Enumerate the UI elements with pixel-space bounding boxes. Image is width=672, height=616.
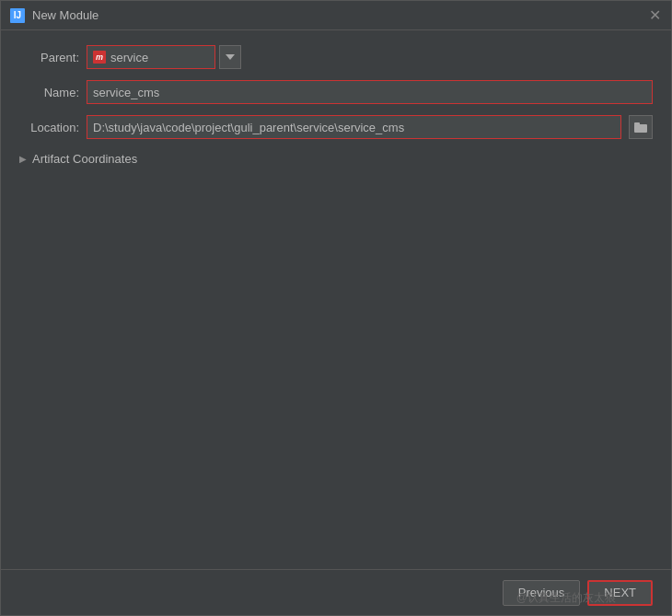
- name-label: Name:: [19, 86, 79, 99]
- maven-icon: m: [93, 51, 106, 64]
- dialog-title: New Module: [32, 8, 98, 22]
- close-button[interactable]: ✕: [647, 8, 662, 23]
- browse-folder-button[interactable]: [629, 115, 653, 139]
- svg-rect-1: [634, 122, 640, 125]
- artifact-label: Artifact Coordinates: [32, 152, 137, 166]
- parent-row: Parent: m service: [19, 45, 653, 69]
- location-label: Location:: [19, 121, 79, 134]
- parent-label: Parent:: [19, 51, 79, 64]
- new-module-dialog: IJ New Module ✕ Parent: m service: [0, 0, 672, 616]
- parent-dropdown-button[interactable]: [219, 45, 241, 69]
- parent-value: service: [110, 51, 148, 64]
- artifact-section[interactable]: ▶ Artifact Coordinates: [19, 150, 653, 168]
- location-input[interactable]: [87, 115, 621, 139]
- name-row: Name:: [19, 80, 653, 104]
- name-input[interactable]: [87, 80, 653, 104]
- svg-rect-0: [634, 124, 647, 133]
- app-icon: IJ: [10, 8, 25, 23]
- parent-container: m service: [87, 45, 241, 69]
- watermark: @认真生活的灰太狼: [516, 590, 616, 606]
- location-row: Location:: [19, 115, 653, 139]
- dialog-content: Parent: m service Name: Location:: [1, 30, 671, 569]
- title-bar: IJ New Module ✕: [1, 1, 671, 30]
- title-bar-left: IJ New Module: [10, 8, 98, 23]
- parent-field[interactable]: m service: [87, 45, 215, 69]
- artifact-arrow-icon: ▶: [19, 154, 27, 164]
